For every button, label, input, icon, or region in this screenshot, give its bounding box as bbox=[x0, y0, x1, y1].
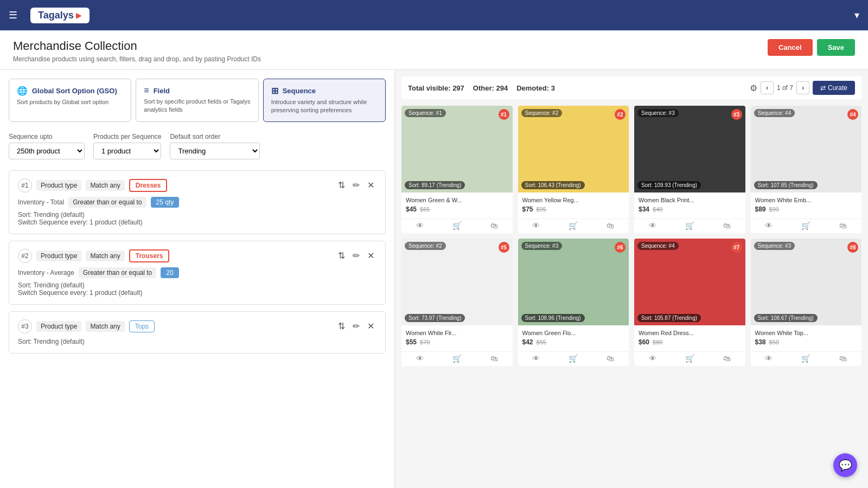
product-image-area: Sequence: #2 #2 Sort: 106.43 (Trending) bbox=[518, 106, 629, 192]
product-sort-badge: Sort: 107.85 (Trending) bbox=[754, 181, 818, 189]
product-info: Women Green & W... $45 $65 bbox=[401, 192, 513, 219]
product-info: Women White Top... $38 $50 bbox=[751, 325, 862, 351]
sort-card-gso-title: 🌐 Global Sort Option (GSO) bbox=[17, 86, 123, 96]
product-cart-button[interactable]: 🛒 bbox=[685, 221, 694, 230]
save-button[interactable]: Save bbox=[817, 39, 855, 56]
product-view-button[interactable]: 👁 bbox=[532, 221, 540, 230]
rule-1-reorder-button[interactable]: ⇅ bbox=[336, 179, 347, 191]
sequence-upto-select[interactable]: 250th product 100th product 500th produc… bbox=[9, 143, 85, 159]
rule-2-reorder-button[interactable]: ⇅ bbox=[336, 249, 347, 262]
sort-card-field-title: ≡ Field bbox=[144, 86, 250, 95]
product-price: $34 bbox=[639, 206, 649, 213]
product-card: Sequence: #3 #8 Sort: 108.67 (Trending) … bbox=[751, 239, 862, 366]
cancel-button[interactable]: Cancel bbox=[768, 39, 813, 56]
product-pos-badge: #7 bbox=[731, 242, 742, 253]
rule-2-header: #2 Product type Match any Trousers ⇅ ✏ ✕ bbox=[18, 249, 376, 263]
next-page-button[interactable]: › bbox=[796, 81, 809, 94]
rule-3-reorder-button[interactable]: ⇅ bbox=[336, 320, 347, 332]
nav-dropdown-icon[interactable]: ▾ bbox=[854, 9, 859, 21]
default-sort-order-select[interactable]: Trending Price: Low to High Price: High … bbox=[170, 143, 260, 159]
rule-1-value: Dresses bbox=[129, 179, 168, 192]
product-view-button[interactable]: 👁 bbox=[416, 221, 424, 230]
product-seq-badge: Sequence: #2 bbox=[521, 109, 563, 117]
rule-2-edit-button[interactable]: ✏ bbox=[350, 249, 362, 262]
sort-card-sequence[interactable]: ⊞ Sequence Introduce variety and structu… bbox=[263, 79, 386, 122]
product-prices: $55 $70 bbox=[406, 338, 508, 346]
product-name: Women White Emb... bbox=[755, 197, 858, 203]
product-pos-badge: #6 bbox=[615, 242, 626, 253]
products-per-sequence-select[interactable]: 1 product 2 products 3 products bbox=[93, 143, 161, 159]
rule-1-header: #1 Product type Match any Dresses ⇅ ✏ ✕ bbox=[18, 178, 376, 192]
product-price: $60 bbox=[639, 338, 649, 346]
product-cart-button[interactable]: 🛒 bbox=[685, 354, 694, 363]
product-view-button[interactable]: 👁 bbox=[416, 354, 424, 363]
product-add-button[interactable]: 🛍 bbox=[839, 354, 847, 363]
product-price: $38 bbox=[755, 338, 766, 346]
product-cart-button[interactable]: 🛒 bbox=[801, 354, 810, 363]
rule-1-edit-button[interactable]: ✏ bbox=[350, 179, 362, 191]
sort-card-sequence-title: ⊞ Sequence bbox=[271, 86, 378, 96]
rule-2-delete-button[interactable]: ✕ bbox=[365, 249, 376, 262]
product-cart-button[interactable]: 🛒 bbox=[801, 221, 810, 230]
product-view-button[interactable]: 👁 bbox=[649, 221, 656, 230]
product-actions: 👁 🛒 🛍 bbox=[401, 219, 513, 233]
rule-1-actions: ⇅ ✏ ✕ bbox=[336, 179, 376, 191]
product-cart-button[interactable]: 🛒 bbox=[569, 221, 578, 230]
product-add-button[interactable]: 🛍 bbox=[607, 354, 614, 363]
product-add-button[interactable]: 🛍 bbox=[490, 221, 498, 230]
product-name: Women White Flr... bbox=[406, 330, 508, 336]
prev-page-button[interactable]: ‹ bbox=[761, 81, 774, 94]
product-actions: 👁 🛒 🛍 bbox=[751, 351, 862, 366]
rule-2-actions: ⇅ ✏ ✕ bbox=[336, 249, 376, 262]
product-card: Sequence: #1 #1 Sort: 89.17 (Trending) W… bbox=[401, 106, 513, 233]
product-old-price: $80 bbox=[653, 339, 662, 345]
product-add-button[interactable]: 🛍 bbox=[607, 221, 614, 230]
product-sort-badge: Sort: 109.93 (Trending) bbox=[637, 181, 701, 189]
product-add-button[interactable]: 🛍 bbox=[839, 221, 847, 230]
product-old-price: $55 bbox=[537, 339, 546, 345]
product-info: Women Red Dress... $60 $80 bbox=[634, 325, 745, 351]
product-add-button[interactable]: 🛍 bbox=[723, 221, 731, 230]
rule-3-header: #3 Product type Match any Tops ⇅ ✏ ✕ bbox=[18, 319, 376, 333]
product-view-button[interactable]: 👁 bbox=[532, 354, 540, 363]
settings-icon[interactable]: ⚙ bbox=[750, 83, 757, 93]
product-cart-button[interactable]: 🛒 bbox=[452, 354, 462, 363]
gso-icon: 🌐 bbox=[17, 86, 28, 96]
chat-button[interactable]: 💬 bbox=[833, 453, 857, 477]
product-info: Women Black Print... $34 $40 bbox=[634, 192, 745, 219]
product-view-button[interactable]: 👁 bbox=[765, 221, 773, 230]
product-cart-button[interactable]: 🛒 bbox=[452, 221, 462, 230]
products-nav: ⚙ ‹ 1 of 7 › ⇄ Curate bbox=[750, 81, 855, 95]
rule-3-edit-button[interactable]: ✏ bbox=[350, 320, 362, 332]
rule-1-condition-operator: Greater than or equal to bbox=[68, 197, 146, 208]
product-name: Women Black Print... bbox=[639, 197, 741, 203]
sort-options: 🌐 Global Sort Option (GSO) Sort products… bbox=[9, 79, 386, 122]
product-view-button[interactable]: 👁 bbox=[649, 354, 656, 363]
product-actions: 👁 🛒 🛍 bbox=[401, 351, 513, 366]
hamburger-menu-icon[interactable]: ☰ bbox=[9, 9, 17, 21]
curate-button[interactable]: ⇄ Curate bbox=[813, 81, 855, 95]
product-pos-badge: #5 bbox=[499, 242, 509, 253]
right-panel: Total visible: 297 Other: 294 Demoted: 3… bbox=[395, 70, 868, 488]
product-prices: $89 $99 bbox=[755, 206, 858, 213]
rule-1-condition-field: Inventory - Total bbox=[18, 198, 64, 206]
product-info: Women Green Flo... $42 $55 bbox=[518, 325, 629, 351]
rule-1-delete-button[interactable]: ✕ bbox=[365, 179, 376, 191]
sort-card-gso[interactable]: 🌐 Global Sort Option (GSO) Sort products… bbox=[9, 79, 131, 122]
default-sort-order-group: Default sort order Trending Price: Low t… bbox=[170, 133, 260, 159]
rule-2-type: Product type bbox=[36, 251, 81, 261]
product-add-button[interactable]: 🛍 bbox=[723, 354, 731, 363]
product-add-button[interactable]: 🛍 bbox=[490, 354, 498, 363]
sort-card-field[interactable]: ≡ Field Sort by specific product fields … bbox=[136, 79, 258, 122]
product-sort-badge: Sort: 105.87 (Trending) bbox=[637, 314, 701, 322]
product-pos-badge: #8 bbox=[847, 242, 858, 253]
product-old-price: $99 bbox=[769, 206, 779, 213]
page-info: 1 of 7 bbox=[777, 84, 793, 92]
total-visible-stat: Total visible: 297 bbox=[408, 84, 464, 92]
product-cart-button[interactable]: 🛒 bbox=[569, 354, 578, 363]
product-view-button[interactable]: 👁 bbox=[765, 354, 773, 363]
product-price: $89 bbox=[755, 206, 766, 213]
product-pos-badge: #2 bbox=[615, 109, 626, 120]
sequence-upto-group: Sequence upto 250th product 100th produc… bbox=[9, 133, 85, 159]
rule-3-delete-button[interactable]: ✕ bbox=[365, 320, 376, 332]
